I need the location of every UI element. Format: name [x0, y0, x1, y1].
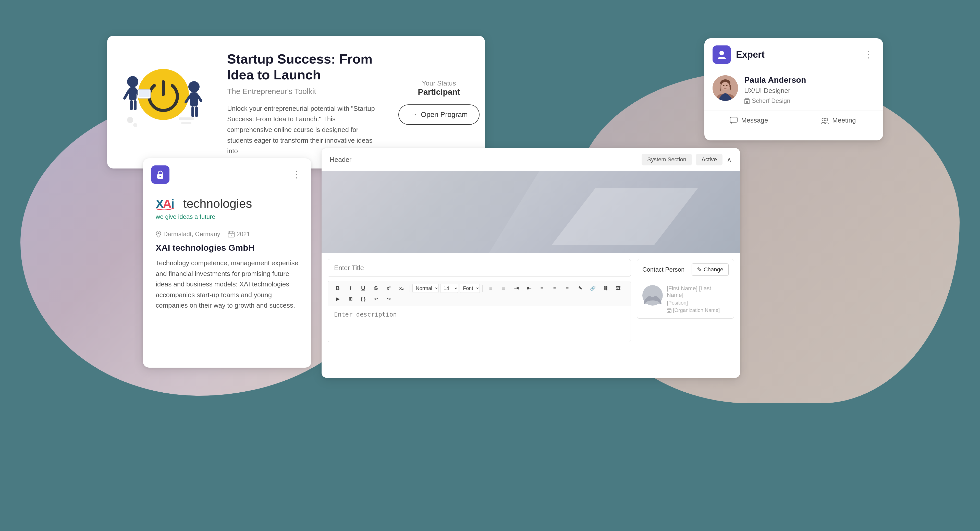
meeting-icon [821, 117, 829, 124]
xai-header: ⋮ [143, 158, 311, 189]
message-icon [730, 117, 738, 124]
font-select[interactable]: Font [460, 284, 480, 293]
contact-person-label: Contact Person [642, 266, 684, 273]
xai-card: ⋮ X A i technologies we give ideas a fut… [143, 158, 311, 368]
change-contact-button[interactable]: ✎ Change [692, 263, 729, 276]
unordered-list-button[interactable]: ≡ [485, 284, 496, 293]
lock-icon [155, 169, 165, 180]
meeting-action[interactable]: Meeting [794, 111, 883, 130]
unlink-button[interactable]: ⛓ [600, 284, 611, 293]
contact-person-header: Contact Person ✎ Change [637, 259, 734, 280]
startup-illustration [115, 61, 207, 143]
svg-point-23 [721, 82, 729, 90]
contact-name-placeholder: [First Name] [Last Name] [667, 285, 729, 298]
toolbar-divider-2 [482, 285, 483, 292]
outdent-button[interactable]: ⇤ [523, 284, 535, 293]
open-program-button[interactable]: → Open Program [398, 104, 479, 125]
underline-button[interactable]: U [358, 284, 369, 293]
expert-card: Expert ⋮ Paula A [704, 38, 883, 140]
expert-body: Paula Anderson UX/UI Designer Scherf Des… [704, 69, 883, 110]
expert-header: Expert ⋮ [704, 38, 883, 69]
expert-company: Scherf Design [744, 97, 875, 104]
format-select[interactable]: Normal [412, 284, 439, 293]
ordered-list-button[interactable]: ≡ [498, 284, 509, 293]
editor-content-area: B I U S x² x₂ Normal 14 Font ≡ ≡ [321, 253, 740, 343]
expert-icon-box [713, 45, 731, 64]
xai-meta: Darmstadt, Germany 2021 [143, 225, 311, 240]
strikethrough-button[interactable]: S [370, 284, 382, 293]
align-left-button[interactable]: ≡ [536, 284, 547, 293]
undo-button[interactable]: ↩ [370, 294, 382, 303]
message-action[interactable]: Message [704, 111, 794, 130]
svg-point-25 [726, 85, 728, 86]
svg-line-3 [124, 91, 129, 98]
superscript-button[interactable]: x² [383, 284, 394, 293]
code-button[interactable]: { } [358, 294, 369, 303]
xai-logo-svg: X A i [156, 196, 179, 210]
editor-description-textarea[interactable] [328, 306, 631, 342]
svg-point-42 [231, 234, 232, 236]
building-icon [744, 98, 750, 104]
svg-point-24 [723, 85, 724, 86]
svg-line-12 [198, 96, 201, 101]
svg-rect-6 [134, 100, 137, 110]
contact-org-placeholder: [Organization Name] [667, 307, 729, 313]
bold-button[interactable]: B [332, 284, 343, 293]
align-center-button[interactable]: ≡ [549, 284, 560, 293]
svg-rect-10 [190, 92, 198, 107]
indent-button[interactable]: ⇥ [511, 284, 522, 293]
xai-tagline: we give ideas a future [156, 213, 215, 220]
align-right-button[interactable]: ≡ [562, 284, 573, 293]
contact-person-body: [First Name] [Last Name] [Position] [Org… [637, 280, 734, 318]
editor-top-right: System Section Active ∧ [641, 154, 732, 166]
svg-rect-2 [129, 87, 137, 100]
svg-point-30 [822, 118, 825, 121]
contact-avatar-svg [644, 286, 662, 304]
subscript-button[interactable]: x₂ [396, 284, 407, 293]
italic-button[interactable]: I [345, 284, 356, 293]
table-button[interactable]: ⊞ [345, 294, 356, 303]
xai-company-name: XAI technologies GmbH [143, 240, 311, 258]
xai-location: Darmstadt, Germany [156, 231, 220, 238]
xai-icon-box [151, 166, 169, 184]
svg-point-44 [649, 289, 657, 297]
startup-illustration-area [107, 36, 215, 169]
font-size-select[interactable]: 14 [440, 284, 458, 293]
contact-avatar [642, 285, 663, 306]
svg-point-31 [825, 118, 828, 121]
expert-more-button[interactable]: ⋮ [862, 47, 875, 62]
editor-top-bar: Header System Section Active ∧ [321, 148, 740, 171]
svg-rect-47 [668, 311, 670, 313]
startup-status-label: Your Status Participant [418, 80, 460, 97]
svg-text:A: A [163, 197, 172, 210]
svg-rect-13 [191, 107, 194, 117]
contact-position-placeholder: [Position] [667, 300, 729, 306]
svg-rect-17 [179, 118, 194, 120]
image-button[interactable]: 🖼 [613, 284, 624, 293]
expert-card-title: Expert [736, 49, 765, 60]
svg-point-16 [133, 123, 137, 127]
location-pin-icon [156, 231, 161, 238]
contact-person-box: Contact Person ✎ Change [637, 259, 734, 319]
expert-footer: Message Meeting [704, 110, 883, 130]
pencil-edit-icon: ✎ [697, 266, 702, 273]
editor-title-input[interactable] [328, 259, 631, 277]
redo-button[interactable]: ↪ [383, 294, 394, 303]
xai-tech-word: technologies [183, 196, 252, 210]
building-small-icon [667, 308, 671, 313]
pencil-button[interactable]: ✎ [574, 284, 586, 293]
active-badge: Active [696, 154, 722, 166]
editor-right-panel: Contact Person ✎ Change [637, 259, 734, 343]
arrow-right-icon: → [410, 110, 417, 119]
expert-name: Paula Anderson [744, 75, 875, 85]
xai-logo-text: X A i technologies [156, 196, 252, 210]
svg-rect-28 [746, 101, 748, 104]
xai-more-button[interactable]: ⋮ [290, 167, 303, 182]
media-button[interactable]: ▶ [332, 294, 343, 303]
expert-info: Paula Anderson UX/UI Designer Scherf Des… [744, 75, 875, 104]
expert-role: UX/UI Designer [744, 87, 875, 95]
expert-header-left: Expert [713, 45, 765, 64]
svg-rect-18 [181, 122, 191, 124]
chevron-up-icon[interactable]: ∧ [727, 155, 732, 164]
link-button[interactable]: 🔗 [587, 284, 598, 293]
